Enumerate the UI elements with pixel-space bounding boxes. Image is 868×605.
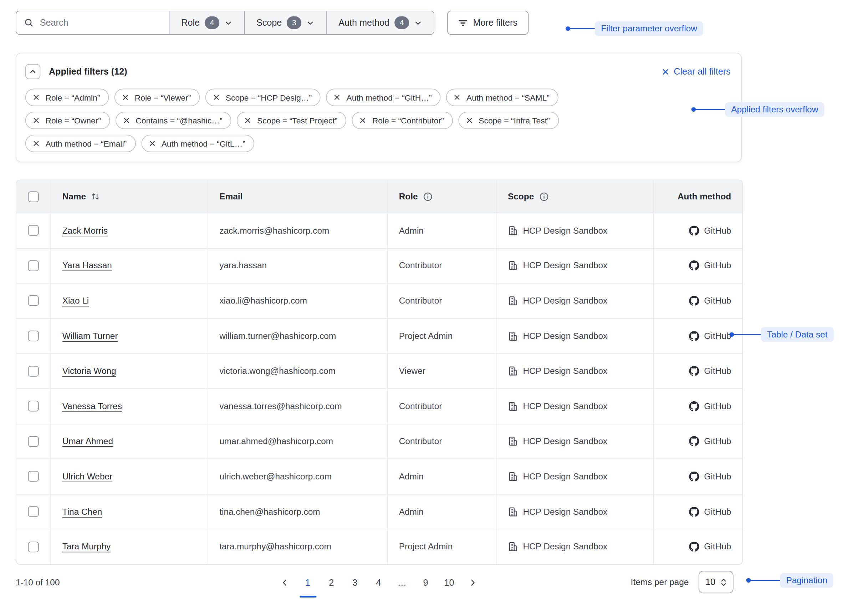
applied-filter-chip[interactable]: Auth method = “SAML”: [446, 89, 558, 106]
table-row: Umar Ahmed umar.ahmed@hashicorp.com Cont…: [16, 424, 742, 459]
name-cell: Yara Hassan: [51, 248, 208, 283]
dismiss-icon[interactable]: [33, 94, 40, 101]
org-building-icon: [508, 366, 518, 376]
scope-value: HCP Design Sandbox: [523, 261, 608, 271]
dismiss-icon[interactable]: [213, 94, 220, 101]
dismiss-icon[interactable]: [466, 116, 473, 124]
header-checkbox-cell: [16, 180, 51, 213]
applied-filter-chip[interactable]: Auth method = “GitH…”: [326, 89, 441, 106]
user-name-link[interactable]: Yara Hassan: [62, 261, 112, 271]
filter-dropdown-role[interactable]: Role 4: [169, 11, 244, 34]
user-name-link[interactable]: Tina Chen: [62, 507, 102, 517]
role-value: Admin: [399, 225, 424, 236]
page-number-9[interactable]: 9: [418, 575, 433, 590]
items-per-page: Items per page 10: [631, 571, 734, 593]
dismiss-icon[interactable]: [333, 94, 341, 101]
search-input[interactable]: [39, 17, 161, 28]
role-value: Contributor: [399, 261, 442, 271]
page-number-list: 1234…910: [300, 575, 457, 590]
email-value: ulrich.weber@hashicorp.com: [219, 472, 332, 482]
page-number-1[interactable]: 1: [300, 575, 315, 590]
chip-row: Role = “Owner”Contains = “@hashic…”Scope…: [25, 112, 731, 129]
row-checkbox[interactable]: [28, 541, 39, 552]
role-cell: Contributor: [388, 248, 496, 283]
table-row: William Turner william.turner@hashicorp.…: [16, 318, 742, 354]
auth-method-cell: GitHub: [654, 459, 742, 494]
scope-cell: HCP Design Sandbox: [497, 459, 654, 494]
role-cell: Project Admin: [388, 529, 496, 564]
page-size-select[interactable]: 10: [699, 571, 734, 593]
dismiss-icon[interactable]: [244, 116, 251, 124]
role-value: Contributor: [399, 296, 442, 306]
auth-method-value: GitHub: [704, 331, 731, 341]
user-name-link[interactable]: Zack Morris: [62, 225, 108, 236]
dismiss-icon[interactable]: [122, 94, 129, 101]
info-icon[interactable]: [539, 192, 549, 201]
column-header-auth-method: Auth method: [654, 180, 742, 213]
row-checkbox[interactable]: [28, 506, 39, 517]
user-name-link[interactable]: Tara Murphy: [62, 542, 111, 552]
info-icon[interactable]: [423, 192, 432, 201]
row-checkbox[interactable]: [28, 295, 39, 306]
user-name-link[interactable]: Vanessa Torres: [62, 401, 122, 411]
row-checkbox[interactable]: [28, 436, 39, 447]
table-row: Tara Murphy tara.murphy@hashicorp.com Pr…: [16, 529, 742, 564]
row-checkbox[interactable]: [28, 366, 39, 376]
dismiss-icon[interactable]: [33, 140, 40, 147]
user-name-link[interactable]: Umar Ahmed: [62, 436, 113, 446]
dismiss-icon[interactable]: [33, 116, 40, 124]
chevron-down-icon: [414, 19, 422, 27]
next-page-button[interactable]: [465, 576, 480, 590]
email-value: yara.hassan: [219, 261, 267, 271]
row-checkbox[interactable]: [28, 401, 39, 412]
row-checkbox[interactable]: [28, 225, 39, 236]
org-building-icon: [508, 472, 518, 482]
scope-value: HCP Design Sandbox: [523, 507, 608, 517]
applied-filter-chip[interactable]: Role = “Admin”: [25, 89, 109, 106]
search-field[interactable]: [16, 11, 169, 34]
applied-filter-chip[interactable]: Scope = “Infra Test”: [459, 112, 559, 129]
dismiss-icon[interactable]: [360, 116, 367, 124]
chip-label: Auth method = “Email”: [45, 139, 127, 148]
select-all-checkbox[interactable]: [28, 191, 39, 202]
user-name-link[interactable]: Victoria Wong: [62, 366, 116, 376]
user-name-link[interactable]: William Turner: [62, 331, 118, 341]
collapse-panel-button[interactable]: [25, 64, 40, 79]
applied-filter-chip[interactable]: Auth method = “Email”: [25, 135, 135, 152]
auth-method-value: GitHub: [704, 366, 731, 376]
page-number-4[interactable]: 4: [371, 575, 386, 590]
applied-filter-chip[interactable]: Role = “Owner”: [25, 112, 110, 129]
applied-filter-chip[interactable]: Role = “Contributor”: [352, 112, 453, 129]
org-building-icon: [508, 507, 518, 517]
column-header-name[interactable]: Name: [51, 180, 208, 213]
clear-all-filters-link[interactable]: Clear all filters: [662, 66, 731, 76]
scope-value: HCP Design Sandbox: [523, 366, 608, 376]
scope-value: HCP Design Sandbox: [523, 436, 608, 446]
page-number-2[interactable]: 2: [324, 575, 339, 590]
applied-filter-chip[interactable]: Scope = “HCP Desig…”: [205, 89, 321, 106]
more-filters-button[interactable]: More filters: [447, 11, 529, 35]
user-name-link[interactable]: Xiao Li: [62, 296, 89, 306]
org-building-icon: [508, 331, 518, 341]
filter-count-badge: 4: [394, 16, 409, 29]
auth-method-value: GitHub: [704, 472, 731, 482]
filter-dropdown-auth-method[interactable]: Auth method 4: [326, 11, 434, 34]
search-icon: [24, 18, 34, 28]
filter-dropdown-scope[interactable]: Scope 3: [244, 11, 326, 34]
page-number-3[interactable]: 3: [347, 575, 362, 590]
role-cell: Contributor: [388, 389, 496, 424]
dismiss-icon[interactable]: [454, 94, 461, 101]
dismiss-icon[interactable]: [122, 116, 130, 124]
page-number-10[interactable]: 10: [442, 575, 456, 590]
user-name-link[interactable]: Ulrich Weber: [62, 472, 113, 482]
row-checkbox[interactable]: [28, 331, 39, 341]
prev-page-button[interactable]: [277, 576, 292, 590]
row-checkbox[interactable]: [28, 261, 39, 271]
email-value: vanessa.torres@hashicorp.com: [219, 401, 342, 411]
applied-filter-chip[interactable]: Scope = “Test Project”: [237, 112, 346, 129]
row-checkbox[interactable]: [28, 471, 39, 482]
applied-filter-chip[interactable]: Contains = “@hashic…”: [116, 112, 231, 129]
dismiss-icon[interactable]: [148, 140, 155, 147]
applied-filter-chip[interactable]: Auth method = “GitL…”: [141, 135, 254, 152]
applied-filter-chip[interactable]: Role = “Viewer”: [115, 89, 200, 106]
